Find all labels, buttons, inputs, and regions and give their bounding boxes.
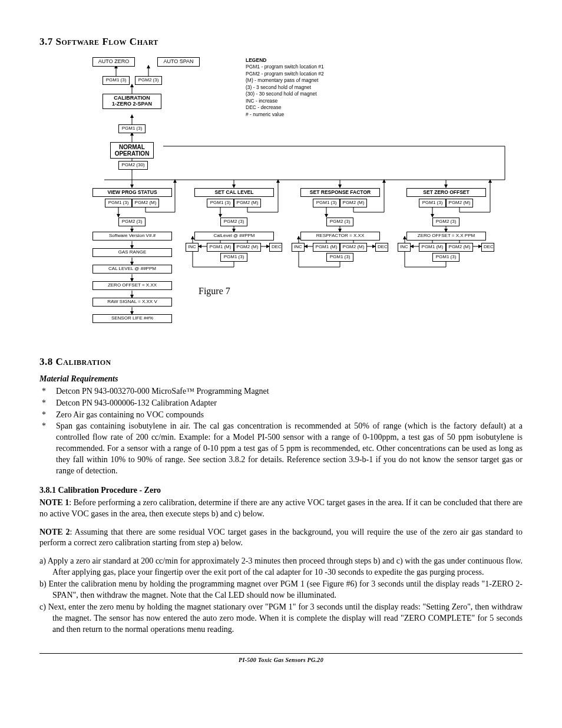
flow-c4-inc: INC <box>398 243 411 252</box>
flow-c4-pgm2-m2: PGM2 (M) <box>446 243 473 252</box>
legend-line: # - numeric value <box>246 111 324 118</box>
step-a: a) Apply a zero air standard at 200 cc/m… <box>39 556 523 578</box>
flow-c2-inc: INC <box>186 243 199 252</box>
flow-normal-operation: NORMAL OPERATION <box>110 142 154 159</box>
legend-line: (3) - 3 second hold of magnet <box>246 84 324 91</box>
note-2-label: NOTE 2 <box>39 528 70 536</box>
flow-c3-dec: DEC <box>375 243 388 252</box>
note-2: NOTE 2: Assuming that there are some res… <box>39 527 523 549</box>
material-item: Detcon PN 943-000006-132 Calibration Ada… <box>39 398 523 409</box>
flow-col-zero-title: SET ZERO OFFSET <box>406 188 486 197</box>
flow-c3-pgm2-m2: PGM2 (M) <box>340 243 367 252</box>
flow-c1-item-4: RAW SIGNAL = X.XX V <box>92 298 172 307</box>
figure-caption: Figure 7 <box>199 285 230 298</box>
flow-col-cal-title: SET CAL LEVEL <box>194 188 274 197</box>
legend-line: PGM1 - program switch location #1 <box>246 64 324 70</box>
flow-c3-pgm1-3b: PGM1 (3) <box>326 253 353 262</box>
flow-legend: LEGEND PGM1 - program switch location #1… <box>246 57 324 118</box>
flow-c2-pgm1-m: PGM1 (M) <box>207 243 234 252</box>
heading-3-7: 3.7 Software Flow Chart <box>39 35 523 49</box>
flow-c4-pgm2-m: PGM2 (M) <box>446 199 473 207</box>
page-footer: PI-500 Toxic Gas Sensors PG.20 <box>39 656 523 664</box>
flow-pgm2-30: PGM2 (30) <box>118 161 148 170</box>
flow-c1-item-0: Software Version V#.# <box>92 232 172 241</box>
note-1-text: : Before performing a zero calibration, … <box>39 498 523 518</box>
flow-c1-item-1: GAS RANGE <box>92 248 172 257</box>
flow-col-view-title: VIEW PROG STATUS <box>92 188 172 197</box>
flow-c1-pgm2-3: PGM2 (3) <box>118 218 146 226</box>
flow-calibration: CALIBRATION 1-ZERO 2-SPAN <box>103 94 161 109</box>
legend-line: PGM2 - program switch location #2 <box>246 71 324 77</box>
flow-c1-pgm1-3: PGM1 (3) <box>105 199 132 207</box>
step-b: b) Enter the calibration menu by holding… <box>39 579 523 601</box>
step-c: c) Next, enter the zero menu by holding … <box>39 602 523 635</box>
flow-c4-pgm1-3b: PGM1 (3) <box>432 253 459 262</box>
legend-line: (M) - momentary pass of magnet <box>246 77 324 84</box>
material-requirements-list: Detcon PN 943-003270-000 MicroSafe™ Prog… <box>39 386 523 477</box>
footer-rule <box>39 653 523 654</box>
flow-c2-pgm2-m: PGM2 (M) <box>234 199 261 207</box>
note-1: NOTE 1: Before performing a zero calibra… <box>39 498 523 520</box>
flow-c2-pgm2-m2: PGM2 (M) <box>234 243 261 252</box>
material-item: Zero Air gas containing no VOC compounds <box>39 410 523 421</box>
flow-c3-pgm1-3: PGM1 (3) <box>313 199 340 207</box>
heading-3-8-1: 3.8.1 Calibration Procedure - Zero <box>39 485 523 496</box>
legend-line: DEC - decrease <box>246 104 324 111</box>
note-1-label: NOTE 1 <box>39 498 69 507</box>
flow-col-resp-title: SET RESPONSE FACTOR <box>300 188 380 197</box>
flow-c1-item-5: SENSOR LIFE ##% <box>92 314 172 323</box>
material-item: Detcon PN 943-003270-000 MicroSafe™ Prog… <box>39 386 523 397</box>
flow-c3-inc: INC <box>292 243 305 252</box>
flow-c2-dec: DEC <box>269 243 282 252</box>
flow-c2-pgm1-3: PGM1 (3) <box>207 199 234 207</box>
flow-c2-value: CalLevel @ ##PPM <box>194 232 274 241</box>
legend-title: LEGEND <box>246 57 324 64</box>
flow-c1-item-3: ZERO OFFSET = X.XX <box>92 281 172 290</box>
flow-c2-pgm1-3b: PGM1 (3) <box>220 253 247 262</box>
flow-c3-pgm1-m: PGM1 (M) <box>313 243 340 252</box>
flow-c4-pgm1-3: PGM1 (3) <box>419 199 446 207</box>
legend-line: INC - increase <box>246 98 324 104</box>
flow-c1-pgm2-m: PGM2 (M) <box>132 199 159 207</box>
flowchart-figure-7: AUTO ZERO AUTO SPAN PGM1 (3) PGM2 (3) CA… <box>45 55 517 344</box>
flow-c3-value: RESPFACTOR = X.XX <box>300 232 380 241</box>
flow-pgm2-3-a: PGM2 (3) <box>135 76 162 85</box>
flow-auto-zero: AUTO ZERO <box>92 57 135 67</box>
flow-c2-pgm2-3: PGM2 (3) <box>220 218 247 226</box>
flow-c1-item-2: CAL LEVEL @ ##PPM <box>92 265 172 274</box>
flow-auto-span: AUTO SPAN <box>157 57 200 67</box>
flow-c4-pgm2-3: PGM2 (3) <box>432 218 459 226</box>
subheading-material-requirements: Material Requirements <box>39 374 523 385</box>
flow-pgm1-3-a: PGM1 (3) <box>103 76 130 85</box>
legend-line: (30) - 30 second hold of magnet <box>246 91 324 97</box>
flow-c4-pgm1-m: PGM1 (M) <box>419 243 446 252</box>
flow-c4-value: ZERO OFFSET = X.X PPM <box>406 232 486 241</box>
flow-pgm1-3-b: PGM1 (3) <box>118 124 146 133</box>
heading-3-8: 3.8 Calibration <box>39 355 523 369</box>
flow-c3-pgm2-3: PGM2 (3) <box>326 218 353 226</box>
material-item: Span gas containing isobutylene in air. … <box>39 421 523 476</box>
flow-c4-dec: DEC <box>481 243 494 252</box>
note-2-text: : Assuming that there are some residual … <box>39 528 523 548</box>
flow-c3-pgm2-m: PGM2 (M) <box>340 199 367 207</box>
